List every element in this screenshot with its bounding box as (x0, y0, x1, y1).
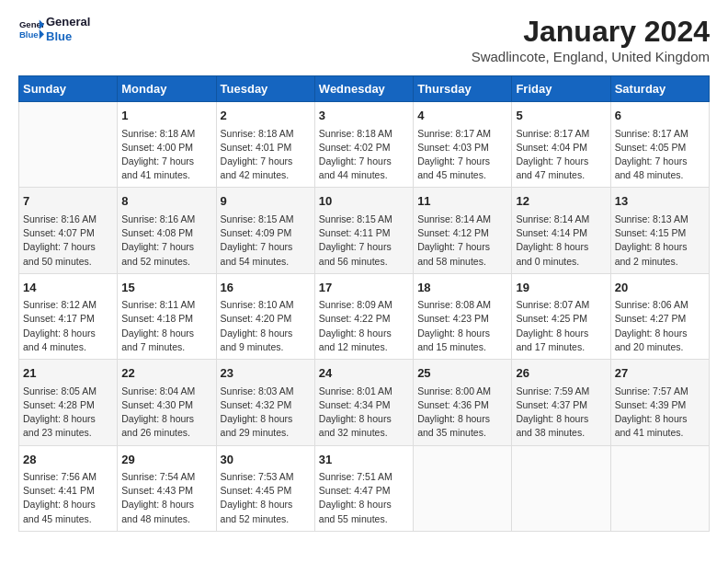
calendar-title: January 2024 (472, 15, 710, 49)
day-info: Sunrise: 8:06 AMSunset: 4:27 PMDaylight:… (615, 298, 705, 354)
calendar-cell: 9Sunrise: 8:15 AMSunset: 4:09 PMDaylight… (216, 188, 314, 273)
calendar-cell: 15Sunrise: 8:11 AMSunset: 4:18 PMDayligh… (118, 273, 216, 359)
sunset-label: Sunset: 4:36 PM (417, 399, 489, 410)
calendar-cell: 23Sunrise: 8:03 AMSunset: 4:32 PMDayligh… (216, 360, 314, 445)
calendar-cell: 8Sunrise: 8:16 AMSunset: 4:08 PMDaylight… (118, 188, 216, 273)
calendar-cell: 27Sunrise: 7:57 AMSunset: 4:39 PMDayligh… (610, 360, 709, 445)
day-info: Sunrise: 8:18 AMSunset: 4:00 PMDaylight:… (121, 127, 211, 183)
day-info: Sunrise: 8:17 AMSunset: 4:04 PMDaylight:… (516, 127, 606, 183)
weekday-header-monday: Monday (118, 76, 216, 102)
daylight-label: Daylight: 8 hours and 29 minutes. (221, 413, 293, 438)
daylight-label: Daylight: 8 hours and 45 minutes. (23, 499, 96, 523)
day-info: Sunrise: 8:10 AMSunset: 4:20 PMDaylight:… (221, 298, 311, 354)
calendar-cell: 19Sunrise: 8:07 AMSunset: 4:25 PMDayligh… (512, 273, 610, 359)
sunset-label: Sunset: 4:47 PM (319, 485, 391, 496)
sunset-label: Sunset: 4:05 PM (615, 142, 687, 153)
sunset-label: Sunset: 4:43 PM (121, 485, 193, 496)
sunrise-label: Sunrise: 8:11 AM (121, 299, 195, 310)
daylight-label: Daylight: 7 hours and 58 minutes. (417, 241, 490, 266)
daylight-label: Daylight: 8 hours and 48 minutes. (121, 499, 194, 523)
calendar-cell: 25Sunrise: 8:00 AMSunset: 4:36 PMDayligh… (414, 360, 512, 445)
calendar-cell (19, 102, 118, 188)
sunrise-label: Sunrise: 8:18 AM (121, 128, 195, 139)
logo: General Blue General Blue (18, 15, 90, 43)
calendar-cell: 2Sunrise: 8:18 AMSunset: 4:01 PMDaylight… (216, 102, 314, 188)
day-info: Sunrise: 8:17 AMSunset: 4:05 PMDaylight:… (615, 127, 705, 183)
sunset-label: Sunset: 4:15 PM (615, 227, 687, 238)
calendar-table: SundayMondayTuesdayWednesdayThursdayFrid… (18, 75, 710, 532)
sunrise-label: Sunrise: 8:17 AM (615, 128, 688, 139)
sunrise-label: Sunrise: 8:15 AM (221, 213, 294, 224)
sunrise-label: Sunrise: 8:16 AM (121, 213, 195, 224)
weekday-header-wednesday: Wednesday (314, 76, 413, 102)
calendar-cell: 26Sunrise: 7:59 AMSunset: 4:37 PMDayligh… (512, 360, 610, 445)
daylight-label: Daylight: 8 hours and 2 minutes. (615, 241, 688, 266)
day-number: 11 (417, 192, 507, 211)
calendar-subtitle: Swadlincote, England, United Kingdom (472, 49, 710, 64)
calendar-cell: 30Sunrise: 7:53 AMSunset: 4:45 PMDayligh… (216, 445, 314, 531)
calendar-week-row: 21Sunrise: 8:05 AMSunset: 4:28 PMDayligh… (19, 360, 710, 445)
day-number: 6 (615, 107, 705, 125)
sunrise-label: Sunrise: 8:10 AM (221, 299, 294, 310)
day-number: 5 (516, 107, 606, 125)
weekday-header-friday: Friday (512, 76, 610, 102)
day-number: 25 (417, 364, 507, 383)
daylight-label: Daylight: 7 hours and 52 minutes. (121, 241, 194, 266)
day-number: 18 (417, 279, 507, 297)
calendar-cell: 20Sunrise: 8:06 AMSunset: 4:27 PMDayligh… (610, 273, 709, 359)
day-number: 19 (516, 279, 606, 297)
day-number: 20 (615, 279, 705, 297)
weekday-header-row: SundayMondayTuesdayWednesdayThursdayFrid… (19, 76, 710, 102)
day-number: 10 (319, 192, 409, 211)
day-number: 29 (121, 451, 211, 469)
calendar-cell: 5Sunrise: 8:17 AMSunset: 4:04 PMDaylight… (512, 102, 610, 188)
day-number: 7 (23, 192, 113, 211)
sunset-label: Sunset: 4:17 PM (23, 313, 95, 324)
calendar-cell: 22Sunrise: 8:04 AMSunset: 4:30 PMDayligh… (118, 360, 216, 445)
sunrise-label: Sunrise: 8:07 AM (516, 299, 589, 310)
day-info: Sunrise: 8:03 AMSunset: 4:32 PMDaylight:… (221, 385, 311, 441)
day-info: Sunrise: 8:08 AMSunset: 4:23 PMDaylight:… (417, 298, 507, 354)
sunrise-label: Sunrise: 8:00 AM (417, 385, 491, 396)
day-info: Sunrise: 8:14 AMSunset: 4:14 PMDaylight:… (516, 213, 606, 269)
sunrise-label: Sunrise: 8:14 AM (417, 213, 491, 224)
daylight-label: Daylight: 8 hours and 32 minutes. (319, 413, 392, 438)
sunset-label: Sunset: 4:09 PM (221, 227, 292, 238)
weekday-header-thursday: Thursday (414, 76, 512, 102)
sunrise-label: Sunrise: 7:57 AM (615, 385, 688, 396)
calendar-cell: 29Sunrise: 7:54 AMSunset: 4:43 PMDayligh… (118, 445, 216, 531)
sunrise-label: Sunrise: 8:13 AM (615, 213, 688, 224)
daylight-label: Daylight: 8 hours and 15 minutes. (417, 327, 490, 352)
calendar-cell: 7Sunrise: 8:16 AMSunset: 4:07 PMDaylight… (19, 188, 118, 273)
day-info: Sunrise: 8:17 AMSunset: 4:03 PMDaylight:… (417, 127, 507, 183)
daylight-label: Daylight: 7 hours and 48 minutes. (615, 155, 688, 180)
day-number: 2 (221, 107, 311, 125)
day-info: Sunrise: 8:01 AMSunset: 4:34 PMDaylight:… (319, 385, 409, 441)
sunset-label: Sunset: 4:20 PM (221, 313, 292, 324)
calendar-cell: 3Sunrise: 8:18 AMSunset: 4:02 PMDaylight… (314, 102, 413, 188)
weekday-header-saturday: Saturday (610, 76, 709, 102)
day-info: Sunrise: 8:18 AMSunset: 4:02 PMDaylight:… (319, 127, 409, 183)
daylight-label: Daylight: 8 hours and 7 minutes. (121, 327, 194, 352)
sunrise-label: Sunrise: 8:14 AM (516, 213, 589, 224)
sunrise-label: Sunrise: 8:17 AM (516, 128, 589, 139)
day-number: 24 (319, 364, 409, 383)
day-number: 17 (319, 279, 409, 297)
day-number: 13 (615, 192, 705, 211)
day-info: Sunrise: 8:12 AMSunset: 4:17 PMDaylight:… (23, 298, 113, 354)
day-info: Sunrise: 8:11 AMSunset: 4:18 PMDaylight:… (121, 298, 211, 354)
day-info: Sunrise: 8:05 AMSunset: 4:28 PMDaylight:… (23, 385, 113, 441)
daylight-label: Daylight: 8 hours and 20 minutes. (615, 327, 688, 352)
day-info: Sunrise: 8:15 AMSunset: 4:09 PMDaylight:… (221, 213, 311, 269)
calendar-cell: 14Sunrise: 8:12 AMSunset: 4:17 PMDayligh… (19, 273, 118, 359)
sunset-label: Sunset: 4:14 PM (516, 227, 587, 238)
sunset-label: Sunset: 4:30 PM (121, 399, 193, 410)
logo-icon: General Blue (18, 17, 44, 42)
weekday-header-tuesday: Tuesday (216, 76, 314, 102)
sunrise-label: Sunrise: 7:53 AM (221, 471, 294, 482)
sunset-label: Sunset: 4:01 PM (221, 142, 292, 153)
sunrise-label: Sunrise: 7:54 AM (121, 471, 195, 482)
sunrise-label: Sunrise: 8:08 AM (417, 299, 491, 310)
calendar-cell: 11Sunrise: 8:14 AMSunset: 4:12 PMDayligh… (414, 188, 512, 273)
calendar-cell: 28Sunrise: 7:56 AMSunset: 4:41 PMDayligh… (19, 445, 118, 531)
